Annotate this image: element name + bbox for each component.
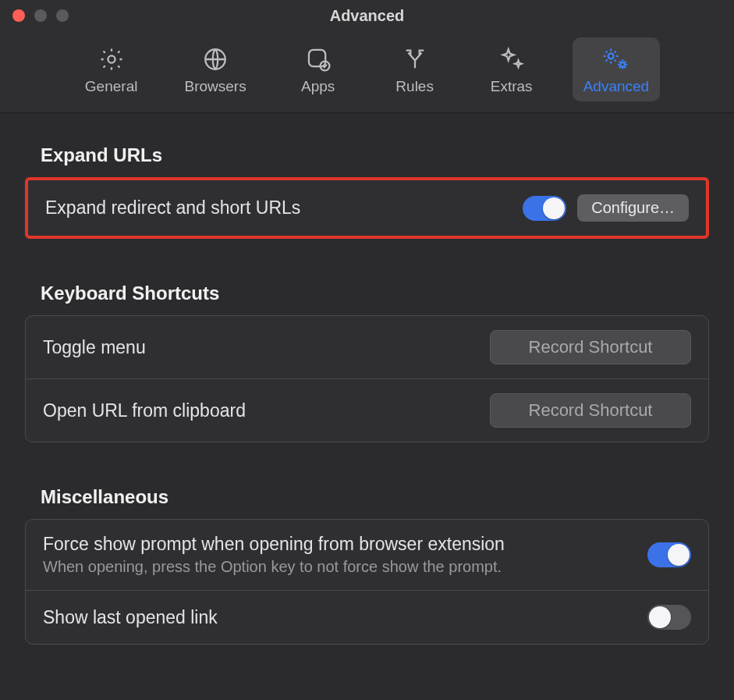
tab-rules[interactable]: Rules (379, 37, 451, 101)
expand-urls-panel: Expand redirect and short URLs Configure… (25, 177, 709, 239)
globe-icon (202, 45, 229, 73)
minimize-window-icon[interactable] (34, 9, 47, 22)
traffic-lights (0, 9, 69, 22)
shortcuts-panel: Toggle menu Record Shortcut Open URL fro… (25, 315, 709, 442)
tab-label: Extras (491, 78, 533, 95)
open-clipboard-label: Open URL from clipboard (43, 400, 479, 421)
show-last-link-label: Show last opened link (43, 607, 636, 628)
record-shortcut-toggle-menu[interactable]: Record Shortcut (490, 330, 691, 364)
tab-label: General (85, 78, 138, 95)
tab-general[interactable]: General (74, 37, 149, 101)
show-last-link-toggle[interactable] (647, 605, 691, 630)
expand-urls-toggle[interactable] (523, 196, 566, 221)
toggle-menu-label: Toggle menu (43, 337, 479, 358)
svg-point-5 (620, 62, 625, 67)
section-title-expand-urls: Expand URLs (41, 144, 709, 166)
section-title-misc: Miscellaneous (41, 486, 709, 508)
window-title: Advanced (0, 7, 734, 25)
close-window-icon[interactable] (12, 9, 25, 22)
tab-browsers[interactable]: Browsers (173, 37, 257, 101)
tab-label: Advanced (583, 78, 650, 95)
expand-urls-label: Expand redirect and short URLs (45, 197, 512, 219)
show-last-link-row: Show last opened link (26, 590, 708, 644)
gears-icon (601, 45, 631, 73)
tab-extras[interactable]: Extras (476, 37, 548, 101)
gear-icon (98, 45, 125, 73)
force-prompt-sublabel: When opening, press the Option key to no… (43, 558, 636, 576)
tab-label: Rules (395, 78, 434, 95)
configure-button[interactable]: Configure… (577, 194, 689, 222)
expand-urls-row: Expand redirect and short URLs Configure… (28, 180, 706, 236)
content-area: Expand URLs Expand redirect and short UR… (0, 113, 734, 660)
split-arrows-icon (402, 45, 428, 73)
app-badge-icon (305, 45, 332, 73)
tab-label: Apps (301, 78, 335, 95)
force-prompt-row: Force show prompt when opening from brow… (26, 520, 708, 590)
svg-point-4 (608, 53, 614, 59)
svg-rect-2 (309, 50, 325, 66)
sparkles-icon (498, 45, 525, 73)
section-title-shortcuts: Keyboard Shortcuts (41, 282, 709, 304)
preferences-toolbar: General Browsers Apps Rules Extras Advan… (0, 31, 734, 113)
tab-label: Browsers (184, 78, 246, 95)
toggle-menu-row: Toggle menu Record Shortcut (26, 316, 708, 378)
zoom-window-icon[interactable] (56, 9, 69, 22)
force-prompt-label: Force show prompt when opening from brow… (43, 534, 636, 555)
tab-advanced[interactable]: Advanced (573, 37, 661, 101)
titlebar: Advanced (0, 0, 734, 31)
force-prompt-toggle[interactable] (647, 542, 691, 567)
svg-point-0 (108, 55, 115, 62)
open-clipboard-row: Open URL from clipboard Record Shortcut (26, 378, 708, 442)
misc-panel: Force show prompt when opening from brow… (25, 519, 709, 645)
tab-apps[interactable]: Apps (282, 37, 354, 101)
record-shortcut-open-clipboard[interactable]: Record Shortcut (490, 393, 691, 428)
